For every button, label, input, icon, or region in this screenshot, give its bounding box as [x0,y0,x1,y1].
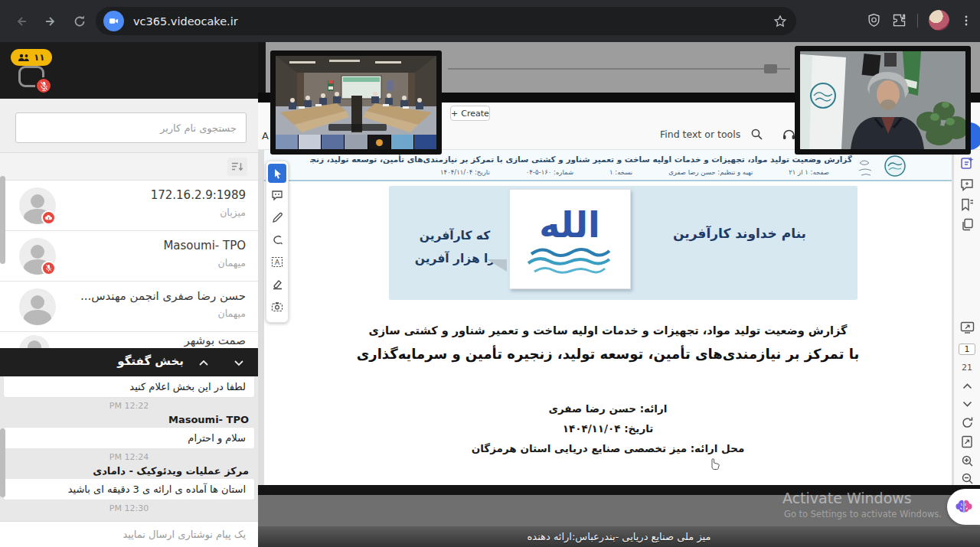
chat-scrollbar[interactable] [0,428,5,497]
cloud-icon [44,214,53,221]
pdf-page[interactable]: گزارش وضعیت تولید مواد، تجهیزات و خدمات … [264,150,952,485]
select-tool[interactable] [268,164,286,183]
fit-page-icon[interactable] [958,435,976,448]
activate-windows-watermark: Activate Windows [782,490,912,506]
highlighter-tool[interactable] [268,275,286,294]
browser-toolbar: vc365.videocake.ir [0,0,980,42]
bismillah-right-text: بنام خداوند کارآفرین [643,226,836,241]
svg-text:A: A [275,259,280,266]
chat-header: بخش گفتگو [0,348,258,376]
shield-icon[interactable] [867,13,881,28]
next-page-icon[interactable] [958,397,976,410]
search-icon[interactable] [746,125,766,143]
pdf-right-rail: 1 21 [954,150,980,485]
participant-row[interactable]: صمت بوشهر [0,332,258,348]
participant-row[interactable]: Masoumi- TPO میهمان [0,231,258,282]
bookmark-star-icon[interactable] [773,15,787,28]
chevron-up-icon[interactable] [194,355,214,370]
create-button[interactable]: + Create [450,106,490,121]
participant-count-badge[interactable]: ۱۱ [11,49,52,66]
chat-sender: مرکز عملیات ویدئوکیک - دامادی [0,465,249,477]
participant-name: حسن رضا صفری انجمن مهندس... [66,289,246,303]
participant-avatar [19,288,56,325]
chat-messages[interactable]: لطفا در این بخش اعلام کنید PM 12:22 Maso… [0,376,258,521]
prev-page-icon[interactable] [958,380,976,393]
text-select-tool[interactable]: A [268,252,286,272]
page-total: 21 [962,363,972,373]
browser-menu-icon[interactable] [960,15,972,27]
participant-row[interactable]: 172.16.2.9:1989 میزبان [0,181,258,231]
rotate-icon[interactable] [958,416,976,429]
document-presenter: ارائه: حسن رضا صفری [264,402,952,415]
speaker-video[interactable] [795,46,971,155]
participant-role: میهمان [66,308,246,319]
participants-scrollbar[interactable] [0,176,5,264]
search-input[interactable] [15,112,247,143]
participant-role: میهمان [66,257,246,269]
conference-room-video[interactable] [270,50,442,155]
profile-avatar[interactable] [929,10,949,31]
chevron-down-icon[interactable] [229,355,249,370]
chat-input-bar [0,521,258,547]
letterhead-title: گزارش وضعیت تولید مواد، تجهیزات و خدمات … [310,155,852,164]
mouse-cursor [708,456,720,470]
extensions-puzzle-icon[interactable] [892,13,906,28]
participant-name: صمت بوشهر [66,334,246,347]
bismillah-panel: بنام خداوند کارآفرین که کارآفرین را هزار… [389,186,858,300]
forward-button[interactable] [40,11,61,32]
panel-tail-shape [487,259,507,272]
document-venue: محل ارائه: میز تخصصی صنایع دریایی استان … [264,442,952,454]
activate-windows-subtext: Go to Settings to activate Windows. [784,509,942,519]
back-button[interactable] [11,11,32,32]
document-letterhead: گزارش وضعیت تولید مواد، تجهیزات و خدمات … [264,150,952,181]
toolbar-partial-label: A [262,130,269,142]
present-screen-icon[interactable] [958,321,976,334]
letterhead-date: تاریخ: ۱۴۰۴/۱۱/۰۴ [440,168,490,176]
ai-assistant-icon[interactable] [958,156,976,171]
allah-calligraphy-box: الله [509,189,631,289]
bookmarks-icon[interactable] [958,198,976,211]
create-label: Create [461,109,489,119]
search-section [0,99,258,153]
video-strip-scrollbar [448,68,790,70]
comments-icon[interactable] [958,178,976,191]
letterhead-number: شماره: ۱۶۰-۵-۰۴ [526,168,573,176]
participant-name: 172.16.2.9:1989 [66,188,246,202]
chat-timestamp: PM 12:24 [0,452,258,462]
page-number-input[interactable]: 1 [959,344,975,355]
participant-list-header [0,153,258,181]
chat-message-bubble: سلام و احترام [4,428,254,448]
chat-input[interactable] [0,522,258,547]
mic-off-icon [40,81,48,91]
participant-name: Masoumi- TPO [66,239,246,252]
document-title-line2: با تمرکز بر نیازمندی‌های تأمین، توسعه تو… [264,346,952,362]
chat-timestamp: PM 12:30 [0,503,258,513]
mic-off-badge [41,261,56,275]
pencil-tool[interactable] [268,208,286,227]
letterhead-prepared: تهیه و تنظیم: حسن رضا صفری [668,168,753,176]
pages-icon[interactable] [958,218,976,231]
find-label[interactable]: Find text or tools [660,129,740,140]
ai-assistant-button[interactable] [947,489,980,525]
participant-count: ۱۱ [34,52,45,63]
address-bar[interactable]: vc365.videocake.ir [96,7,796,35]
lasso-tool[interactable] [268,230,286,249]
allah-calligraphy: الله [539,204,600,246]
document-date: تاریخ: ۱۴۰۴/۱۱/۰۴ [264,422,952,435]
zoom-out-icon[interactable] [958,472,976,485]
presenter-status-bar: میز ملی صنایع دریایی -بندرعباس:ارائه دهن… [258,526,980,547]
zoom-in-icon[interactable] [958,454,976,467]
screenshot-tool[interactable] [268,297,286,316]
chat-sender: Masoumi- TPO [0,414,249,425]
video-strip-scrollbar-thumb[interactable] [764,64,777,73]
video-filmstrip[interactable] [276,135,436,149]
video-caption-overlay [328,124,387,131]
reload-button[interactable] [69,11,90,32]
participant-row[interactable]: حسن رضا صفری انجمن مهندس... میهمان [0,282,258,332]
comment-tool[interactable] [268,186,286,205]
mic-muted-badge [35,77,52,94]
chat-title: بخش گفتگو [117,354,184,368]
sort-icon[interactable] [227,158,247,176]
divider [917,14,918,28]
letterhead-page: صفحه: ۱ از ۲۱ [789,168,829,176]
